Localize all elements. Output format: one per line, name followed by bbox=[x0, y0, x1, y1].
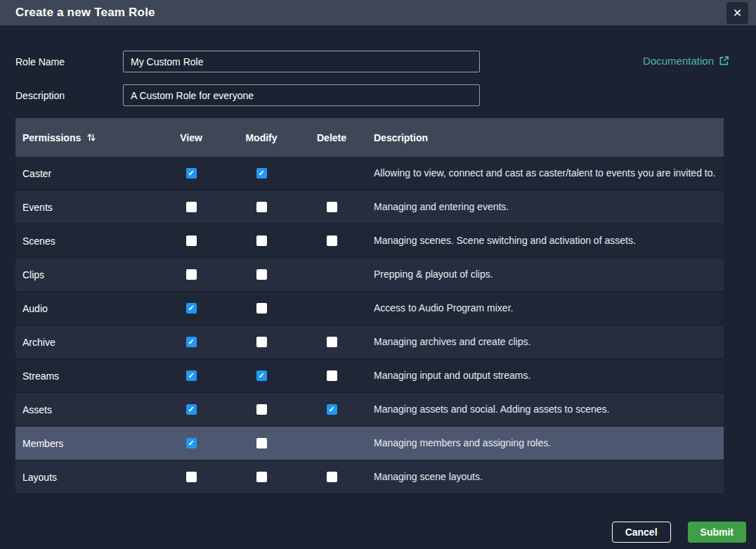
table-row: Events Managing and entering events. bbox=[15, 190, 724, 224]
view-cell bbox=[156, 202, 226, 212]
modify-cell bbox=[226, 303, 296, 314]
modify-checkbox[interactable] bbox=[256, 337, 267, 347]
description-label: Description bbox=[15, 90, 123, 101]
permission-description: Managing scenes. Scene switching and act… bbox=[367, 226, 724, 254]
submit-button[interactable]: Submit bbox=[688, 522, 746, 543]
column-header-description: Description bbox=[367, 132, 724, 143]
view-cell bbox=[156, 235, 226, 246]
view-checkbox[interactable]: ✓ bbox=[186, 337, 197, 347]
sort-icon bbox=[87, 133, 96, 142]
table-row: Scenes Managing scenes. Scene switching … bbox=[15, 224, 724, 258]
permissions-table-header: Permissions View Modify Delete Descripti… bbox=[15, 118, 724, 157]
delete-checkbox[interactable] bbox=[327, 202, 337, 212]
cancel-button[interactable]: Cancel bbox=[612, 522, 671, 543]
close-icon: ✕ bbox=[733, 8, 742, 19]
role-name-input[interactable] bbox=[123, 51, 480, 72]
modify-cell bbox=[226, 404, 296, 415]
table-row: Clips Prepping & playout of clips. bbox=[15, 258, 724, 292]
modify-cell: ✓ bbox=[226, 370, 296, 381]
delete-checkbox[interactable] bbox=[327, 370, 337, 381]
documentation-link[interactable]: Documentation bbox=[643, 55, 729, 67]
role-name-label: Role Name bbox=[15, 56, 123, 67]
modify-checkbox[interactable] bbox=[256, 202, 267, 212]
permission-name: Events bbox=[15, 202, 156, 213]
permission-description: Managing members and assigning roles. bbox=[367, 429, 724, 457]
modal-footer: Cancel Submit bbox=[612, 522, 746, 543]
delete-checkbox[interactable]: ✓ bbox=[327, 404, 337, 415]
table-row: Audio ✓ Access to Audio Program mixer. bbox=[15, 292, 724, 325]
modify-checkbox[interactable] bbox=[256, 235, 267, 246]
modify-checkbox[interactable] bbox=[256, 438, 267, 448]
column-header-permissions[interactable]: Permissions bbox=[15, 132, 156, 143]
modal-header: Create a new Team Role ✕ bbox=[0, 0, 756, 25]
modify-checkbox[interactable] bbox=[256, 269, 267, 280]
view-checkbox[interactable] bbox=[186, 235, 197, 246]
view-checkbox[interactable] bbox=[186, 202, 197, 212]
permission-name: Members bbox=[15, 438, 156, 449]
view-checkbox[interactable]: ✓ bbox=[186, 370, 197, 381]
modify-cell bbox=[226, 235, 296, 246]
view-cell bbox=[156, 472, 226, 482]
permission-description: Managing input and output streams. bbox=[367, 361, 724, 389]
modify-cell bbox=[226, 337, 296, 347]
role-name-row: Role Name bbox=[15, 51, 724, 72]
view-checkbox[interactable]: ✓ bbox=[186, 438, 197, 448]
permissions-table-body: Caster ✓ ✓ Allowing to view, connect and… bbox=[15, 157, 724, 494]
permissions-table: Permissions View Modify Delete Descripti… bbox=[15, 118, 724, 494]
delete-cell bbox=[296, 472, 367, 482]
view-cell bbox=[156, 269, 226, 280]
column-header-view: View bbox=[156, 132, 226, 143]
permission-name: Clips bbox=[15, 269, 156, 280]
permission-description: Allowing to view, connect and cast as ca… bbox=[367, 159, 724, 187]
create-team-role-modal: Create a new Team Role ✕ Role Name Descr… bbox=[0, 0, 756, 494]
form-area: Role Name Description Documentation bbox=[0, 25, 756, 118]
description-input[interactable] bbox=[123, 84, 480, 106]
delete-cell bbox=[296, 202, 367, 212]
view-checkbox[interactable] bbox=[186, 269, 197, 280]
modify-checkbox[interactable] bbox=[256, 303, 267, 314]
modify-checkbox[interactable] bbox=[256, 472, 267, 482]
permission-description: Prepping & playout of clips. bbox=[367, 260, 724, 288]
delete-checkbox[interactable] bbox=[327, 472, 337, 482]
view-checkbox[interactable]: ✓ bbox=[186, 303, 197, 314]
table-row: Archive ✓ Managing archives and create c… bbox=[15, 325, 724, 359]
delete-cell bbox=[296, 337, 367, 347]
delete-checkbox[interactable] bbox=[327, 235, 337, 246]
documentation-label: Documentation bbox=[643, 55, 714, 67]
view-cell: ✓ bbox=[156, 303, 226, 314]
view-cell: ✓ bbox=[156, 370, 226, 381]
view-checkbox[interactable] bbox=[186, 472, 197, 482]
modify-checkbox[interactable]: ✓ bbox=[256, 370, 267, 381]
table-row: Caster ✓ ✓ Allowing to view, connect and… bbox=[15, 157, 724, 190]
permission-name: Audio bbox=[15, 303, 156, 314]
column-header-modify: Modify bbox=[226, 132, 296, 143]
view-checkbox[interactable]: ✓ bbox=[186, 168, 197, 179]
table-row: Members ✓ Managing members and assigning… bbox=[15, 427, 724, 460]
table-row: Layouts Managing scene layouts. bbox=[15, 460, 724, 494]
view-cell: ✓ bbox=[156, 404, 226, 415]
column-header-delete: Delete bbox=[296, 132, 367, 143]
permission-description: Managing scene layouts. bbox=[367, 463, 724, 491]
permission-name: Archive bbox=[15, 337, 156, 348]
delete-cell bbox=[296, 235, 367, 246]
modify-cell bbox=[226, 202, 296, 212]
view-cell: ✓ bbox=[156, 337, 226, 347]
permission-name: Streams bbox=[15, 370, 156, 382]
permission-name: Scenes bbox=[15, 235, 156, 247]
permission-description: Managing assets and social. Adding asset… bbox=[367, 395, 724, 423]
modify-cell bbox=[226, 472, 296, 482]
permission-description: Access to Audio Program mixer. bbox=[367, 294, 724, 322]
view-cell: ✓ bbox=[156, 168, 226, 179]
modify-cell bbox=[226, 438, 296, 448]
modify-checkbox[interactable]: ✓ bbox=[256, 168, 267, 179]
external-link-icon bbox=[719, 56, 729, 66]
permissions-header-label: Permissions bbox=[22, 132, 81, 143]
permission-name: Assets bbox=[15, 404, 156, 415]
close-button[interactable]: ✕ bbox=[726, 2, 748, 24]
delete-checkbox[interactable] bbox=[327, 337, 337, 347]
view-checkbox[interactable]: ✓ bbox=[186, 404, 197, 415]
permission-name: Caster bbox=[15, 168, 156, 179]
modify-checkbox[interactable] bbox=[256, 404, 267, 415]
description-row: Description bbox=[15, 84, 724, 106]
delete-cell bbox=[296, 370, 367, 381]
